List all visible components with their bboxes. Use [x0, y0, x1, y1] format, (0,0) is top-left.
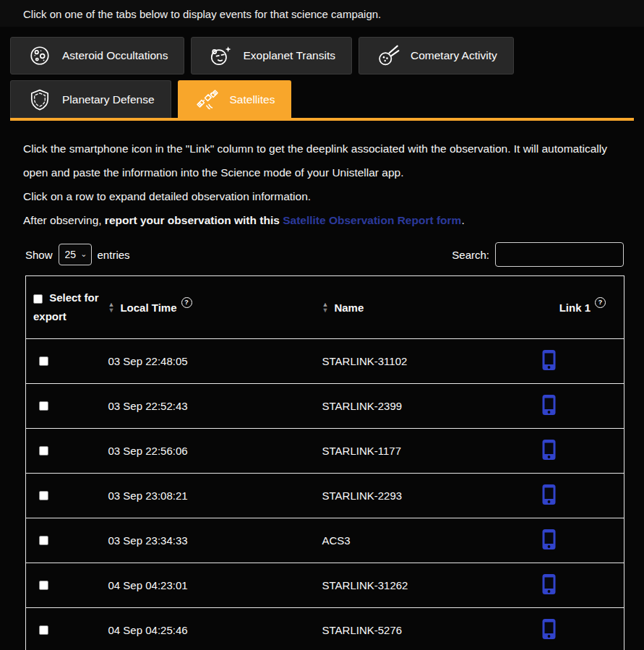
- smartphone-icon[interactable]: [541, 439, 557, 461]
- desc-line-3-prefix: After observing,: [23, 214, 105, 226]
- search-control: Search:: [452, 242, 624, 267]
- header-local-time[interactable]: ▲▼ Local Time ?: [106, 276, 319, 339]
- row-checkbox[interactable]: [39, 401, 48, 411]
- tab-label: Exoplanet Transits: [243, 49, 335, 62]
- row-checkbox[interactable]: [39, 536, 48, 545]
- satellite-icon: [194, 88, 220, 111]
- row-satellite-name: STARLINK-1177: [319, 429, 541, 474]
- entries-label: entries: [98, 249, 130, 261]
- row-checkbox[interactable]: [39, 625, 48, 635]
- smartphone-icon[interactable]: [541, 484, 557, 505]
- sort-icon: ▲▼: [108, 302, 115, 313]
- table-row[interactable]: 03 Sep 22:56:06 STARLINK-1177: [26, 429, 624, 474]
- help-icon[interactable]: ?: [181, 297, 192, 308]
- table-row[interactable]: 03 Sep 23:34:33 ACS3: [26, 518, 624, 563]
- desc-line-1: Click the smartphone icon in the "Link" …: [23, 137, 621, 184]
- help-icon[interactable]: ?: [595, 297, 606, 308]
- table-row[interactable]: 04 Sep 04:25:46 STARLINK-5276: [26, 608, 624, 650]
- row-satellite-name: STARLINK-31262: [319, 563, 541, 608]
- row-checkbox[interactable]: [39, 581, 48, 590]
- row-local-time: 03 Sep 22:52:43: [106, 384, 319, 429]
- shield-icon: [27, 88, 53, 111]
- show-label: Show: [25, 249, 53, 261]
- table-row[interactable]: 03 Sep 22:48:05 STARLINK-31102: [26, 339, 624, 384]
- desc-line-3-bold: report your observation with this: [105, 214, 283, 226]
- header-select-for-export: Select for export: [26, 276, 106, 339]
- row-local-time: 03 Sep 22:48:05: [106, 339, 319, 384]
- row-local-time: 03 Sep 23:34:33: [106, 518, 319, 563]
- instruction-bar: Click on one of the tabs below to displa…: [0, 0, 644, 27]
- row-local-time: 04 Sep 04:25:46: [106, 608, 319, 650]
- row-checkbox[interactable]: [39, 446, 48, 456]
- header-name[interactable]: ▲▼ Name: [319, 276, 541, 339]
- tab-asteroid-occultations[interactable]: Asteroid Occultations: [10, 37, 184, 74]
- page-length-select[interactable]: 25: [59, 244, 92, 265]
- header-link-1: Link 1 ?: [541, 276, 624, 339]
- link-header-label: Link 1: [559, 302, 591, 314]
- select-header-label: Select for export: [33, 291, 99, 322]
- tab-row-1: Asteroid Occultations Exoplanet Transits: [10, 37, 634, 74]
- table-controls: Show 25 ⌄ entries Search:: [25, 242, 624, 267]
- search-input[interactable]: [495, 242, 624, 267]
- smartphone-icon[interactable]: [541, 394, 557, 416]
- events-table: Select for export ▲▼ Local Time ? ▲▼ Nam…: [25, 275, 624, 650]
- tab-description: Click the smartphone icon in the "Link" …: [23, 137, 621, 232]
- row-satellite-name: STARLINK-2293: [319, 474, 541, 518]
- desc-line-3-suffix: .: [461, 214, 464, 226]
- page-length-select-wrap: 25 ⌄: [59, 244, 92, 265]
- table-row[interactable]: 03 Sep 23:08:21 STARLINK-2293: [26, 474, 624, 518]
- asteroid-icon: [27, 44, 53, 67]
- tab-satellites[interactable]: Satellites: [178, 80, 292, 118]
- row-satellite-name: ACS3: [319, 518, 541, 563]
- exoplanet-icon: [207, 44, 233, 67]
- smartphone-icon[interactable]: [541, 529, 557, 550]
- report-form-link[interactable]: Satellite Observation Report form: [283, 214, 461, 226]
- tab-label: Planetary Defense: [62, 93, 155, 106]
- instruction-text: Click on one of the tabs below to displa…: [23, 8, 381, 20]
- table-header-row: Select for export ▲▼ Local Time ? ▲▼ Nam…: [26, 276, 624, 339]
- table-row[interactable]: 03 Sep 22:52:43 STARLINK-2399: [26, 384, 624, 429]
- row-local-time: 04 Sep 04:23:01: [106, 563, 319, 608]
- row-satellite-name: STARLINK-5276: [319, 608, 541, 650]
- tab-row-2: Planetary Defense Satellites: [10, 80, 634, 118]
- smartphone-icon[interactable]: [541, 618, 557, 640]
- local-time-header-label: Local Time: [120, 302, 176, 314]
- tab-exoplanet-transits[interactable]: Exoplanet Transits: [191, 37, 352, 74]
- smartphone-icon[interactable]: [541, 349, 557, 371]
- row-local-time: 03 Sep 23:08:21: [106, 474, 319, 518]
- row-satellite-name: STARLINK-2399: [319, 384, 541, 429]
- tab-label: Cometary Activity: [411, 49, 497, 62]
- row-local-time: 03 Sep 22:56:06: [106, 429, 319, 474]
- row-checkbox[interactable]: [39, 356, 48, 366]
- name-header-label: Name: [334, 302, 364, 314]
- row-checkbox[interactable]: [39, 491, 48, 500]
- sort-icon: ▲▼: [322, 302, 329, 313]
- tab-label: Satellites: [230, 93, 275, 106]
- table-row[interactable]: 04 Sep 04:23:01 STARLINK-31262: [26, 563, 624, 608]
- comet-icon: [375, 44, 401, 67]
- row-satellite-name: STARLINK-31102: [319, 339, 541, 384]
- desc-line-2: Click on a row to expand detailed observ…: [23, 184, 621, 208]
- tab-cometary-activity[interactable]: Cometary Activity: [359, 37, 514, 74]
- tab-label: Asteroid Occultations: [62, 49, 168, 62]
- page-length-control: Show 25 ⌄ entries: [25, 244, 130, 265]
- campaign-tabs: Asteroid Occultations Exoplanet Transits: [10, 37, 634, 121]
- search-label: Search:: [452, 249, 489, 261]
- desc-line-3: After observing, report your observation…: [23, 208, 621, 232]
- smartphone-icon[interactable]: [541, 573, 557, 595]
- select-all-checkbox[interactable]: [33, 294, 43, 304]
- tab-planetary-defense[interactable]: Planetary Defense: [10, 80, 171, 118]
